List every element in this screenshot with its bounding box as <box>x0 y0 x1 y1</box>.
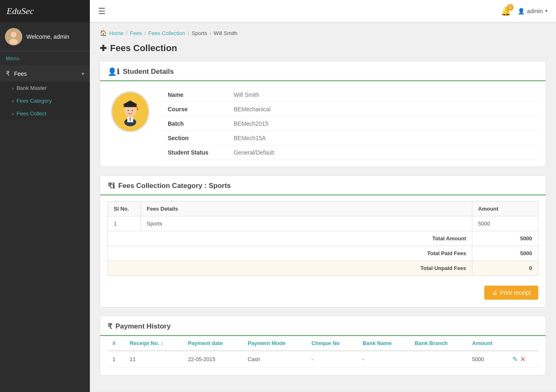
ph-col-cheque: Cheque No <box>307 336 358 351</box>
breadcrumb-will-smith: Will Smith <box>213 30 237 36</box>
menu-label: Menu <box>0 52 90 66</box>
svg-point-12 <box>128 110 129 111</box>
fees-collect-label: Fees Collect <box>16 110 46 117</box>
ph-col-actions <box>507 336 538 351</box>
ph-cheque-no: - <box>307 351 358 368</box>
payment-table-wrap: # Receipt No. ↕ Payment date Payment Mod… <box>100 336 546 375</box>
student-info-row: NameWill Smith <box>163 88 538 102</box>
topnav-right: 🔔 0 👤 admin ▾ <box>501 6 548 16</box>
student-avatar-wrap <box>108 88 153 136</box>
print-btn-wrap: 🖨 Print receipt <box>100 282 546 307</box>
total-paid-row: Total Paid Fees 5000 <box>108 246 538 261</box>
ph-payment-mode: Cash <box>243 351 307 368</box>
bank-master-label: Bank Master <box>16 85 47 91</box>
total-unpaid-label: Total Unpaid Fees <box>108 261 472 276</box>
svg-point-8 <box>137 109 138 110</box>
caret-icon: ▾ <box>545 8 548 14</box>
fees-col-sl: Sl No. <box>108 202 141 216</box>
fees-sl: 1 <box>108 216 141 231</box>
student-card-header: 👤ℹ Student Details <box>100 61 546 81</box>
fees-table: Sl No. Fees Details Amount 1Sports5000 T… <box>108 201 538 276</box>
sidebar-user: Welcome, admin <box>0 22 90 52</box>
sidebar-item-bank-master[interactable]: » Bank Master <box>0 82 90 94</box>
ph-col-date: Payment date <box>183 336 243 351</box>
payment-history-title: Payment History <box>115 322 171 331</box>
payment-table: # Receipt No. ↕ Payment date Payment Mod… <box>108 336 538 368</box>
student-field-label: Student Status <box>163 146 229 160</box>
payment-history-card: ₹ Payment History # Receipt No. ↕ Paymen… <box>100 316 546 376</box>
ph-amount: 5000 <box>467 351 507 368</box>
payment-table-row: 1 11 22-05-2015 Cash - - 5000 ✎ ✕ <box>108 351 538 368</box>
sidebar: EduSec Welcome, admin Menu ₹ Fees ▾ » Ba… <box>0 0 90 392</box>
fees-category-title: Fees Collection Category : Sports <box>118 182 231 190</box>
fees-menu-toggle[interactable]: ₹ Fees ▾ <box>0 66 90 82</box>
svg-point-1 <box>11 32 16 38</box>
student-details-card: 👤ℹ Student Details <box>100 61 546 167</box>
home-icon: 🏠 <box>100 30 107 36</box>
student-field-value: BEMech15A <box>229 131 538 146</box>
sidebar-item-fees-category[interactable]: » Fees Category <box>0 94 90 107</box>
ph-receipt-no: 11 <box>125 351 183 368</box>
chevron-icon: ▾ <box>82 71 84 77</box>
student-details-grid: NameWill SmithCourseBEMechanicalBatchBEM… <box>108 88 538 160</box>
total-paid-label: Total Paid Fees <box>108 246 472 261</box>
payment-history-header: ₹ Payment History <box>100 316 546 336</box>
student-field-value: BEMechanical <box>229 102 538 117</box>
print-receipt-button[interactable]: 🖨 Print receipt <box>484 286 538 300</box>
sidebar-item-fees-collect[interactable]: » Fees Collect <box>0 107 90 120</box>
total-amount-label: Total Amount <box>108 231 472 246</box>
student-section-title: Student Details <box>123 68 174 76</box>
sep1: / <box>126 30 128 36</box>
student-card-body: NameWill SmithCourseBEMechanicalBatchBEM… <box>100 81 546 167</box>
payment-table-header-row: # Receipt No. ↕ Payment date Payment Mod… <box>108 336 538 351</box>
ph-num: 1 <box>108 351 125 368</box>
hamburger-icon[interactable]: ☰ <box>98 6 106 16</box>
ph-actions: ✎ ✕ <box>507 351 538 368</box>
admin-user-menu[interactable]: 👤 admin ▾ <box>518 8 548 14</box>
ph-col-branch: Bank Branch <box>410 336 467 351</box>
page-content: 🏠 Home / Fees / Fees Collection / Sports… <box>90 22 556 391</box>
admin-label: admin <box>527 8 543 14</box>
student-field-value: General/Default <box>229 146 538 160</box>
notification-bell[interactable]: 🔔 0 <box>501 6 511 16</box>
sep4: / <box>210 30 211 36</box>
fees-category-label: Fees Category <box>16 98 52 104</box>
breadcrumb-fees-collection[interactable]: Fees Collection <box>148 30 185 36</box>
delete-payment-button[interactable]: ✕ <box>520 355 526 363</box>
svg-point-2 <box>9 39 18 45</box>
ph-col-num: # <box>108 336 125 351</box>
student-avatar-image <box>114 95 147 128</box>
topnav: ☰ 🔔 0 👤 admin ▾ <box>90 0 556 22</box>
student-avatar <box>111 91 150 132</box>
total-unpaid-row: Total Unpaid Fees 0 <box>108 261 538 276</box>
student-field-value: BEMech2015 <box>229 117 538 131</box>
student-info-row: SectionBEMech15A <box>163 131 538 146</box>
fees-category-card: ₹ℹ Fees Collection Category : Sports Sl … <box>100 175 546 307</box>
fees-amount: 5000 <box>472 216 538 231</box>
fees-category-header: ₹ℹ Fees Collection Category : Sports <box>100 176 546 195</box>
app-logo: EduSec <box>0 0 90 22</box>
arrow-icon: » <box>12 111 14 116</box>
page-title-text: Fees Collection <box>110 43 177 54</box>
notif-badge: 0 <box>507 4 514 11</box>
action-buttons: ✎ ✕ <box>512 355 533 363</box>
breadcrumb-home[interactable]: Home <box>109 30 124 36</box>
ph-col-bank: Bank Name <box>357 336 410 351</box>
fees-table-row: 1Sports5000 <box>108 216 538 231</box>
student-info-table: NameWill SmithCourseBEMechanicalBatchBEM… <box>163 88 538 160</box>
sep2: / <box>144 30 146 36</box>
arrow-icon: » <box>12 99 14 103</box>
edit-payment-button[interactable]: ✎ <box>512 355 518 363</box>
page-title: ✚ Fees Collection <box>100 43 546 54</box>
breadcrumb: 🏠 Home / Fees / Fees Collection / Sports… <box>100 30 546 36</box>
fees-label: Fees <box>14 70 27 77</box>
total-amount-row: Total Amount 5000 <box>108 231 538 246</box>
arrow-icon: » <box>12 86 14 91</box>
breadcrumb-fees[interactable]: Fees <box>130 30 142 36</box>
fees-col-amount: Amount <box>472 202 538 216</box>
student-info-row: BatchBEMech2015 <box>163 117 538 131</box>
fees-sub-menu: » Bank Master » Fees Category » Fees Col… <box>0 82 90 120</box>
student-info-row: Student StatusGeneral/Default <box>163 146 538 160</box>
ph-col-receipt[interactable]: Receipt No. ↕ <box>125 336 183 351</box>
avatar <box>5 28 22 45</box>
